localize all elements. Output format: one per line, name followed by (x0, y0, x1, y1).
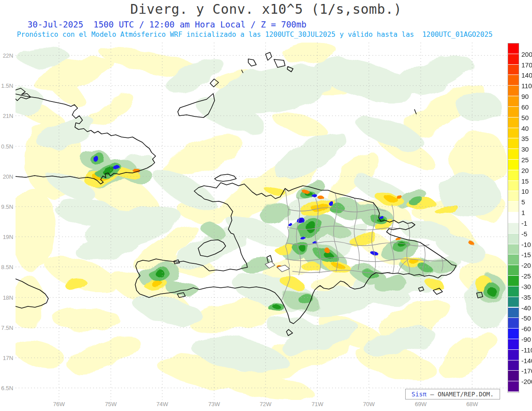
shading-field (16, 43, 507, 400)
colorbar-segment (508, 96, 519, 107)
colorbar-tick-label: 35 (521, 135, 529, 142)
lat-tick-label: 1.5N (1, 82, 13, 89)
colorbar-tick-label: 200 (521, 50, 532, 58)
colorbar-tick-label: 50 (521, 114, 529, 121)
colorbar-segment (508, 54, 519, 65)
colorbar-tick-label: -35 (521, 293, 531, 301)
colorbar-segment (508, 181, 519, 192)
latitude-axis: 22N1.5N21N0.5N20N9.5N19N8.5N18N7.5N17N6.… (0, 0, 14, 411)
lon-tick-label: 69W (415, 401, 427, 407)
colorbar-segment (508, 128, 519, 139)
colorbar-tick-label: -110 (521, 346, 532, 353)
lon-tick-label: 72W (260, 401, 272, 407)
lon-tick-label: 75W (105, 401, 117, 407)
lon-tick-label: 70W (363, 401, 375, 407)
colorbar-segment (508, 308, 519, 318)
lat-tick-label: 7.5N (1, 325, 13, 331)
colorbar-tick-label: 25 (521, 156, 529, 164)
colorbar-tick-label: 170 (521, 61, 532, 68)
lat-tick-label: 6.5N (1, 385, 13, 391)
colorbar-tick-label: -25 (521, 272, 531, 280)
colorbar-segment (508, 117, 519, 128)
colorbar-segment (508, 350, 519, 360)
colorbar-segment (508, 138, 519, 149)
colorbar-segment (508, 371, 519, 381)
colorbar-segment (508, 212, 519, 223)
lon-tick-label: 74W (156, 401, 168, 407)
lon-tick-label: 76W (53, 401, 65, 407)
wrf-forecast-map-page: { "header": { "title": "Diverg. y Conv. … (0, 0, 532, 411)
lat-tick-label: 0.5N (1, 143, 13, 150)
colorbar-tick-label: 40 (521, 124, 529, 132)
map-canvas (16, 43, 507, 400)
colorbar-segment (508, 254, 519, 265)
colorbar-tick-label: -10 (521, 240, 531, 248)
lon-tick-label: 73W (208, 401, 220, 407)
coast-tiny-2 (415, 110, 416, 114)
colorbar-segment (508, 329, 519, 339)
colorbar-segment (508, 170, 519, 181)
lat-tick-label: 21N (3, 113, 13, 119)
colorbar-segment (508, 276, 519, 286)
colorbar-segment (508, 286, 519, 297)
colorbar-tick-label: 10 (521, 188, 529, 195)
colorbar-tick-label: 60 (521, 103, 529, 110)
colorbar-segment (508, 318, 519, 329)
colorbar-segment (508, 360, 519, 371)
colorbar-segment (508, 75, 519, 86)
lon-tick-label: 71W (312, 401, 324, 407)
colorbar-tick-label: 110 (521, 82, 532, 90)
map-title: Diverg. y Conv. x10^5 (1/s,somb.) (0, 1, 532, 17)
credit-box: Sisπ – ONAMET/REP.DOM. (405, 389, 500, 399)
colorbar-segment (508, 381, 519, 392)
colorbar-segment (508, 86, 519, 96)
colorbar-tick-label: 140 (521, 71, 532, 79)
colorbar-tick-label: -50 (521, 314, 531, 322)
colorbar-tick-label: 15 (521, 177, 529, 184)
colorbar-tick-label: -5 (521, 230, 527, 237)
colorbar-tick-label: -90 (521, 335, 531, 343)
colorbar-tick-label: -40 (521, 304, 531, 311)
colorbar-tick-label: -140 (521, 356, 532, 364)
colorbar-segment (508, 65, 519, 75)
colorbar-tick-label: 90 (521, 93, 529, 100)
longitude-axis: 76W75W74W73W72W71W70W69W68W (0, 401, 532, 410)
colorbar-tick-label: -200 (521, 378, 532, 385)
lat-tick-label: 17N (3, 355, 13, 361)
colorbar-segment (508, 339, 519, 350)
colorbar-tick-label: -170 (521, 367, 532, 375)
colorbar-tick-label: -30 (521, 282, 531, 290)
lat-tick-label: 8.5N (1, 264, 13, 270)
coast-caicos-2 (266, 52, 272, 60)
map-svg (16, 43, 507, 400)
sispi-logo-text: Sisπ (411, 391, 426, 398)
colorbar-segment (508, 244, 519, 255)
colorbar-segment (508, 107, 519, 117)
colorbar-segment (508, 234, 519, 244)
colorbar-segment (508, 202, 519, 212)
coast-tortuga (215, 174, 236, 181)
colorbar-segment (508, 149, 519, 160)
colorbar-tick-label: -20 (521, 262, 531, 269)
colorbar-labels: 2001701401109060504035302520151051-1-5-1… (521, 43, 532, 394)
credit-text: – ONAMET/REP.DOM. (426, 391, 494, 398)
valid-time-subtitle: 30-Jul-2025 1500 UTC / 12:00 am Hora Loc… (27, 20, 306, 29)
lat-tick-label: 20N (3, 173, 13, 180)
colorbar-tick-label: 20 (521, 166, 529, 174)
lon-tick-label: 68W (466, 401, 478, 407)
colorbar-segment (508, 191, 519, 202)
colorbar-segment (508, 297, 519, 308)
coast-caicos-1 (248, 59, 256, 66)
colorbar (508, 43, 519, 392)
lat-tick-label: 19N (3, 234, 13, 240)
colorbar-tick-label: 5 (521, 198, 525, 206)
model-init-subtitle: Pronóstico con el Modelo Atmósferico WRF… (17, 31, 493, 39)
lat-tick-label: 18N (3, 294, 13, 301)
colorbar-segment (508, 223, 519, 234)
colorbar-tick-label: 30 (521, 145, 529, 153)
colorbar-tick-label: -1 (521, 219, 527, 227)
colorbar-tick-label: -15 (521, 251, 531, 258)
colorbar-segment (508, 160, 519, 170)
colorbar-tick-label: -60 (521, 325, 531, 333)
colorbar-tick-label: 1 (521, 209, 525, 216)
